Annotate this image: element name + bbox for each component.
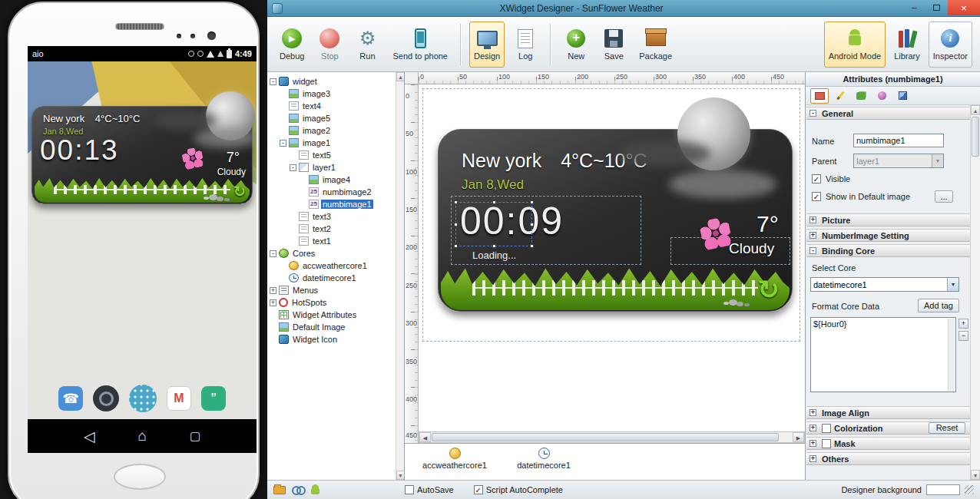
hangouts-app-icon[interactable]: ” <box>201 386 226 411</box>
tree-item-menus[interactable]: +Menus <box>267 284 404 296</box>
back-button[interactable]: ◁ <box>84 428 95 445</box>
gmail-app-icon[interactable]: M <box>167 386 191 411</box>
section-picture[interactable]: + Picture <box>806 213 970 226</box>
inspector-button[interactable]: i Inspector <box>929 21 972 68</box>
hardware-home-button[interactable] <box>114 464 166 490</box>
weather-widget-design[interactable]: New york 4°C~10°C Jan 8,Wed 00:09 Loadin… <box>438 129 793 312</box>
tree-item-image1[interactable]: -image1 <box>267 137 404 149</box>
section-general[interactable]: - General <box>806 107 970 120</box>
collapse-icon[interactable]: - <box>280 140 286 147</box>
show-default-checkbox[interactable]: ✓ <box>812 192 821 201</box>
scroll-down-icon[interactable]: ▼ <box>971 470 980 480</box>
scrollbar-thumb[interactable] <box>972 117 979 157</box>
expand-icon[interactable]: + <box>809 216 816 223</box>
minimize-button[interactable]: – <box>903 0 925 15</box>
visible-checkbox[interactable]: ✓ <box>812 174 821 183</box>
android-mode-button[interactable]: Android Mode <box>824 21 886 68</box>
expand-icon[interactable]: + <box>809 232 816 239</box>
save-button[interactable]: Save <box>597 21 631 68</box>
tree-item-image5[interactable]: image5 <box>267 112 404 124</box>
resize-handle[interactable] <box>530 200 534 204</box>
add-tag-button[interactable]: Add tag <box>918 299 959 312</box>
debug-button[interactable]: ▶ Debug <box>275 21 309 68</box>
collapse-icon[interactable]: - <box>270 250 276 257</box>
tab-display[interactable] <box>810 88 829 104</box>
tree-item-image3[interactable]: image3 <box>267 88 404 100</box>
tree-item-hotspots[interactable]: +HotSpots <box>267 296 404 309</box>
home-button[interactable]: ⌂ <box>137 428 146 444</box>
tree-scrollbar[interactable]: ▲ ▼ <box>396 72 404 480</box>
title-bar[interactable]: XWidget Designer - SunFlower Weather – × <box>267 0 980 17</box>
tree-item-layer1[interactable]: -layer1 <box>267 161 404 173</box>
section-mask[interactable]: + Mask <box>806 437 970 450</box>
format-core-data-textarea[interactable]: ${Hour0} <box>810 317 956 392</box>
reset-button[interactable]: Reset <box>929 422 965 434</box>
resize-handle[interactable] <box>530 223 534 226</box>
refresh-icon[interactable]: ↻ <box>233 183 246 200</box>
skin-folder-icon[interactable] <box>273 486 286 494</box>
resize-handle[interactable] <box>492 200 496 204</box>
expand-icon[interactable]: + <box>809 425 816 431</box>
tab-color[interactable] <box>872 88 891 104</box>
tree-item-widget-attributes[interactable]: Widget Attributes <box>267 309 404 321</box>
tree-item-widget[interactable]: -widget <box>267 75 404 88</box>
tree-item-text1[interactable]: text1 <box>267 235 404 247</box>
tree-item-datetimecore1[interactable]: datetimecore1 <box>267 272 404 284</box>
attributes-scrollbar[interactable]: ▲ ▼ <box>970 105 980 480</box>
maximize-button[interactable] <box>925 0 948 15</box>
tree-item-text4[interactable]: text4 <box>267 100 404 112</box>
mask-checkbox[interactable] <box>822 439 831 448</box>
collapse-icon[interactable]: - <box>290 164 296 171</box>
tab-plugin[interactable] <box>852 88 870 104</box>
scroll-up-icon[interactable]: ▲ <box>971 105 980 115</box>
design-canvas[interactable]: New york 4°C~10°C Jan 8,Wed 00:09 Loadin… <box>419 84 805 431</box>
scrollbar-thumb[interactable] <box>432 433 779 441</box>
new-button[interactable]: + New <box>559 21 593 68</box>
section-image-align[interactable]: + Image Align <box>806 406 970 419</box>
expand-icon[interactable]: + <box>809 455 816 462</box>
ellipsis-button[interactable]: ... <box>935 190 953 203</box>
expand-icon[interactable]: + <box>809 409 816 416</box>
refresh-icon[interactable]: ↻ <box>758 274 780 305</box>
scroll-down-icon[interactable]: ▼ <box>396 471 405 480</box>
stop-button[interactable]: Stop <box>313 21 346 68</box>
weather-widget-phone[interactable]: New york 4°C~10°C Jan 8,Wed 00:13 7° Clo… <box>31 106 253 204</box>
link-icon[interactable] <box>292 486 304 494</box>
run-button[interactable]: ⚙ Run <box>350 21 384 68</box>
collapse-icon[interactable]: - <box>809 247 816 254</box>
tab-edit[interactable] <box>831 88 849 104</box>
resize-handle[interactable] <box>454 223 458 226</box>
section-numberimage-setting[interactable]: + NumberImage Setting <box>806 229 970 242</box>
script-autocomplete-checkbox[interactable]: ✓ <box>474 485 483 494</box>
expand-icon[interactable]: + <box>809 440 816 447</box>
canvas-h-scrollbar[interactable]: ◀ ▶ <box>419 431 805 443</box>
name-input[interactable] <box>853 134 944 147</box>
tree-item-image4[interactable]: image4 <box>267 173 404 186</box>
design-button[interactable]: Design <box>469 21 505 68</box>
tree-item-image2[interactable]: image2 <box>267 124 404 137</box>
log-button[interactable]: Log <box>508 21 542 68</box>
tree-item-text2[interactable]: text2 <box>267 223 404 235</box>
library-button[interactable]: Library <box>889 21 925 68</box>
resize-handle[interactable] <box>492 244 496 248</box>
scroll-left-icon[interactable]: ◀ <box>419 432 431 442</box>
core-item-datetimecore1[interactable]: datetimecore1 <box>505 445 582 470</box>
increase-button[interactable]: + <box>958 319 968 329</box>
textarea-scrollbar[interactable] <box>948 319 955 391</box>
tree-item-text3[interactable]: text3 <box>267 210 404 223</box>
resize-handle[interactable] <box>454 244 458 248</box>
android-icon[interactable] <box>310 484 320 496</box>
tree-item-cores[interactable]: -Cores <box>267 247 404 259</box>
section-binding-core[interactable]: - Binding Core <box>806 244 970 257</box>
collapse-icon[interactable]: - <box>809 110 816 117</box>
section-colorization[interactable]: + Colorization Reset <box>806 421 970 435</box>
dialer-app-icon[interactable]: ☎ <box>58 386 83 411</box>
parent-dropdown[interactable]: layer1 ▼ <box>853 154 944 168</box>
app-drawer-icon[interactable] <box>129 385 157 412</box>
decrease-button[interactable]: − <box>958 331 968 341</box>
resize-handle[interactable] <box>530 244 534 248</box>
designer-background-swatch[interactable] <box>926 484 960 495</box>
colorization-checkbox[interactable] <box>822 424 831 433</box>
tree-item-widget-icon[interactable]: Widget Icon <box>267 333 404 345</box>
expand-icon[interactable]: + <box>270 287 276 294</box>
